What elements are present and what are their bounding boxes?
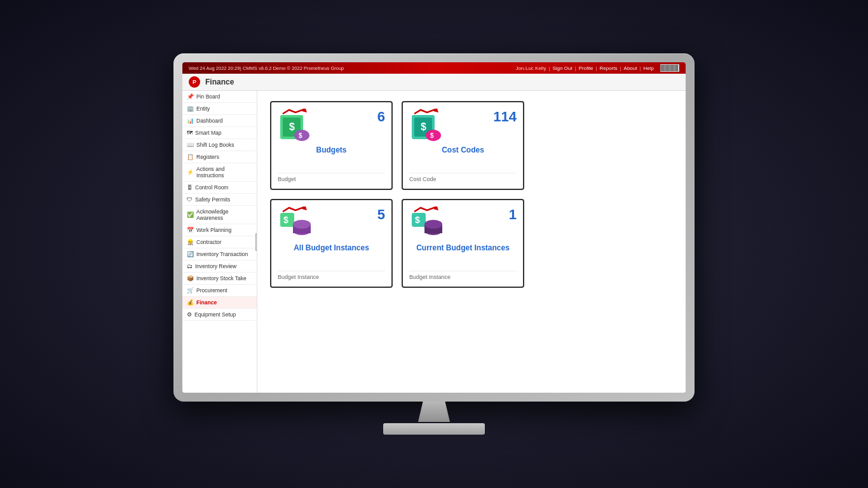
finance-icon: 💰 xyxy=(187,299,194,306)
all-budget-instances-label: All Budget Instances xyxy=(278,243,385,252)
monitor-bezel: Wed 24 Aug 2022 20:29) CMMS v8.6.2 Demo … xyxy=(173,53,695,402)
current-budget-instances-icon: $ xyxy=(409,207,446,240)
registers-icon: 📋 xyxy=(187,154,194,160)
budgets-count: 6 xyxy=(377,109,385,125)
inv-review-icon: 🗂 xyxy=(187,263,193,269)
dashboard-icon: 📊 xyxy=(187,118,194,124)
sidebar-item-pin-board[interactable]: 📌 Pin Board xyxy=(182,91,257,103)
user-name: Jon-Luc Kelly xyxy=(515,65,546,71)
cost-codes-sublabel: Cost Code xyxy=(409,173,517,182)
sidebar-item-shift-log-books[interactable]: 📖 Shift Log Books xyxy=(182,139,257,151)
main-area: 📌 Pin Board 🏢 Entity 📊 Dashboard 🗺 xyxy=(182,91,686,393)
cost-codes-icon: $ $ xyxy=(409,109,446,142)
sep3: | xyxy=(595,65,597,71)
sep2: | xyxy=(575,65,576,71)
sidebar-item-entity[interactable]: 🏢 Entity xyxy=(182,103,257,115)
svg-text:$: $ xyxy=(421,121,426,132)
budgets-label: Budgets xyxy=(278,146,385,154)
budgets-spacer xyxy=(278,157,385,173)
all-budget-instances-spacer xyxy=(278,255,385,271)
sidebar-item-procurement[interactable]: 🛒 Procurement xyxy=(182,285,257,297)
cost-codes-spacer xyxy=(409,157,517,173)
sidebar-item-work-planning[interactable]: 📅 Work Planning xyxy=(182,224,257,236)
svg-text:$: $ xyxy=(283,215,288,225)
card-cost-codes-top: $ $ 1 xyxy=(409,109,517,142)
sidebar-item-safety-permits[interactable]: 🛡 Safety Permits xyxy=(182,194,257,206)
card-all-budget-top: $ xyxy=(278,207,385,240)
sidebar-item-control-room[interactable]: 🎛 Control Room xyxy=(182,182,257,194)
stand-base xyxy=(383,423,485,435)
stock-take-icon: 📦 xyxy=(187,275,194,281)
top-bar: Wed 24 Aug 2022 20:29) CMMS v8.6.2 Demo … xyxy=(182,62,686,74)
sidebar-item-acknowledge-awareness[interactable]: ✅ Acknowledge Awareness xyxy=(182,206,257,224)
help-link[interactable]: Help xyxy=(644,65,654,71)
about-link[interactable]: About xyxy=(624,65,637,71)
content-area: $ $ 6 xyxy=(257,91,686,393)
sidebar-item-actions-instructions[interactable]: ⚡ Actions and Instructions xyxy=(182,163,257,182)
card-current-budget-top: $ xyxy=(409,207,517,240)
awareness-icon: ✅ xyxy=(187,212,194,218)
contractor-icon: 👷 xyxy=(187,239,194,245)
logbook-icon: 📖 xyxy=(187,142,194,148)
sidebar-item-smart-map[interactable]: 🗺 Smart Map xyxy=(182,127,257,139)
current-budget-instances-spacer xyxy=(409,255,517,271)
safety-icon: 🛡 xyxy=(187,196,193,203)
sep5: | xyxy=(639,65,641,71)
app-info: Wed 24 Aug 2022 20:29) CMMS v8.6.2 Demo … xyxy=(189,65,344,71)
svg-text:$: $ xyxy=(299,132,302,139)
card-budgets-top: $ $ 6 xyxy=(278,109,385,142)
card-all-budget-instances[interactable]: $ xyxy=(270,199,393,288)
all-budget-instances-sublabel: Budget Instance xyxy=(278,271,385,280)
card-budgets[interactable]: $ $ 6 xyxy=(270,101,393,190)
top-nav: Jon-Luc Kelly | Sign Out | Profile | Rep… xyxy=(515,64,679,72)
sidebar-collapse-button[interactable]: ◀ xyxy=(255,233,257,251)
current-budget-instances-sublabel: Budget Instance xyxy=(409,271,517,280)
sep1: | xyxy=(548,65,550,71)
control-room-icon: 🎛 xyxy=(187,184,193,191)
sep4: | xyxy=(620,65,621,71)
page-title: Finance xyxy=(205,78,234,86)
sidebar-item-dashboard[interactable]: 📊 Dashboard xyxy=(182,115,257,127)
stand-neck xyxy=(418,402,450,422)
screen: Wed 24 Aug 2022 20:29) CMMS v8.6.2 Demo … xyxy=(182,62,686,393)
inv-transaction-icon: 🔄 xyxy=(187,251,194,257)
logo-mark: P xyxy=(189,76,200,88)
profile-link[interactable]: Profile xyxy=(579,65,593,71)
cost-codes-label: Cost Codes xyxy=(409,146,517,154)
reports-link[interactable]: Reports xyxy=(599,65,617,71)
signout-link[interactable]: Sign Out xyxy=(552,65,572,71)
procurement-icon: 🛒 xyxy=(187,287,194,294)
svg-text:$: $ xyxy=(415,215,420,225)
sidebar-item-inventory-transaction[interactable]: 🔄 Inventory Transaction xyxy=(182,248,257,261)
svg-point-22 xyxy=(424,220,442,229)
monitor-shell: Wed 24 Aug 2022 20:29) CMMS v8.6.2 Demo … xyxy=(173,53,695,435)
sidebar-item-registers[interactable]: 📋 Registers xyxy=(182,151,257,163)
svg-point-16 xyxy=(293,220,311,229)
sidebar-item-inventory-stock-take[interactable]: 📦 Inventory Stock Take xyxy=(182,273,257,285)
card-cost-codes[interactable]: $ $ 1 xyxy=(402,101,524,190)
equipment-icon: ⚙ xyxy=(187,311,192,318)
sidebar-item-equipment-setup[interactable]: ⚙ Equipment Setup xyxy=(182,309,257,321)
monitor-stand xyxy=(173,402,695,435)
work-planning-icon: 📅 xyxy=(187,227,194,233)
svg-text:$: $ xyxy=(430,132,434,139)
actions-icon: ⚡ xyxy=(187,169,194,175)
dashboard-cards-grid: $ $ 6 xyxy=(270,101,524,288)
budgets-sublabel: Budget xyxy=(278,173,385,182)
card-current-budget-instances[interactable]: $ xyxy=(402,199,524,288)
pin-icon: 📌 xyxy=(187,93,194,100)
sidebar-item-finance[interactable]: 💰 Finance xyxy=(182,297,257,309)
budgets-icon: $ $ xyxy=(278,109,315,142)
barcode-icon xyxy=(660,64,679,72)
sidebar: 📌 Pin Board 🏢 Entity 📊 Dashboard 🗺 xyxy=(182,91,257,393)
current-budget-instances-count: 1 xyxy=(509,207,517,223)
sidebar-item-inventory-review[interactable]: 🗂 Inventory Review xyxy=(182,261,257,273)
sidebar-item-contractor[interactable]: 👷 Contractor xyxy=(182,236,257,248)
cost-codes-count: 114 xyxy=(493,109,517,125)
svg-text:$: $ xyxy=(289,121,295,132)
map-icon: 🗺 xyxy=(187,130,193,136)
all-budget-instances-icon: $ xyxy=(278,207,315,240)
sub-header: P Finance xyxy=(182,74,686,91)
all-budget-instances-count: 5 xyxy=(377,207,385,223)
entity-icon: 🏢 xyxy=(187,105,194,112)
